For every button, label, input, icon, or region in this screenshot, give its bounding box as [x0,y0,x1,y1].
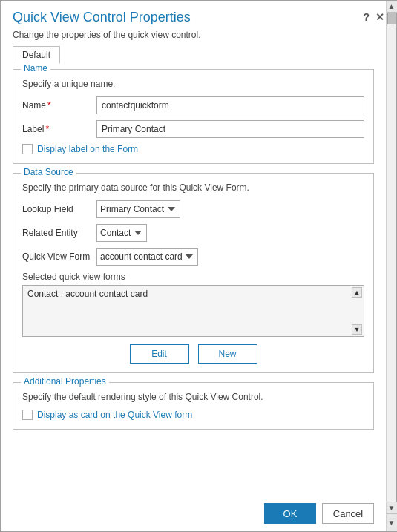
lookup-field-label: Lookup Field [22,204,96,214]
label-label: Label * [22,124,96,134]
dialog-footer: OK Cancel [1,496,386,531]
datasource-section: Data Source Specify the primary data sou… [13,173,374,373]
help-icon[interactable]: ? [363,11,370,23]
dialog-subtitle: Change the properties of the quick view … [1,28,396,46]
cancel-button[interactable]: Cancel [322,503,374,524]
additional-section: Additional Properties Specify the defaul… [13,382,374,430]
display-label-text[interactable]: Display label on the Form [37,144,138,154]
ok-button[interactable]: OK [264,503,316,524]
name-required: * [47,100,51,111]
name-section-legend: Name [21,63,50,73]
edit-new-row: Edit New [22,344,364,364]
quick-view-form-label: Quick View Form [22,252,96,262]
name-input[interactable] [96,96,364,114]
display-label-row: Display label on the Form [22,144,364,154]
header-icons: ? ✕ [363,11,384,23]
datasource-section-legend: Data Source [21,167,76,177]
name-label: Name * [22,100,96,111]
name-section: Name Specify a unique name. Name * Label… [13,69,374,164]
additional-section-legend: Additional Properties [21,376,109,387]
name-row: Name * [22,96,364,114]
forms-scroll-down[interactable]: ▼ [352,324,362,335]
related-entity-row: Related Entity Contact [22,224,364,242]
quick-view-form-select[interactable]: account contact card [96,248,198,266]
lookup-field-wrapper: Primary Contact [96,200,364,218]
forms-scroll-up[interactable]: ▲ [352,287,362,298]
new-button[interactable]: New [198,344,257,364]
edit-button[interactable]: Edit [130,344,189,364]
label-row: Label * [22,120,364,138]
quick-view-form-row: Quick View Form account contact card [22,248,364,266]
close-icon[interactable]: ✕ [375,11,384,23]
lookup-field-select[interactable]: Primary Contact [96,200,180,218]
dialog-title: Quick View Control Properties [13,10,363,25]
scroll-thumb[interactable] [387,13,396,24]
tab-bar: Default [13,46,374,63]
scroll-down-arrow[interactable]: ▼ [387,502,397,513]
additional-description: Specify the default rendering style of t… [22,392,364,402]
label-input[interactable] [96,120,364,138]
label-required: * [45,124,49,134]
quick-view-form-wrapper: account contact card [96,248,364,266]
related-entity-label: Related Entity [22,228,96,238]
selected-form-item: Contact : account contact card [27,289,148,299]
selected-forms-label: Selected quick view forms [22,272,364,282]
selected-forms-box: Contact : account contact card ▲ ▼ [22,285,364,337]
lookup-field-row: Lookup Field Primary Contact [22,200,364,218]
tab-default[interactable]: Default [13,46,60,64]
name-section-description: Specify a unique name. [22,79,364,89]
scroll-up-arrow[interactable]: ▲ [387,1,397,13]
related-entity-select[interactable]: Contact [96,224,147,242]
display-as-card-row: Display as card on the Quick View form [22,410,364,420]
display-as-card-text[interactable]: Display as card on the Quick View form [37,410,192,420]
dialog-content: Default Name Specify a unique name. Name… [1,46,386,496]
dialog-header: Quick View Control Properties ? ✕ [1,1,396,28]
scroll-bottom-arrow[interactable]: ▼ [387,513,397,531]
display-label-checkbox[interactable] [22,144,33,154]
scrollbar[interactable]: ▲ ▼ ▼ [386,1,396,531]
display-as-card-checkbox[interactable] [22,410,33,420]
related-entity-wrapper: Contact [96,224,364,242]
datasource-description: Specify the primary data source for this… [22,183,364,193]
dialog: ▲ ▼ ▼ Quick View Control Properties ? ✕ … [0,0,397,532]
